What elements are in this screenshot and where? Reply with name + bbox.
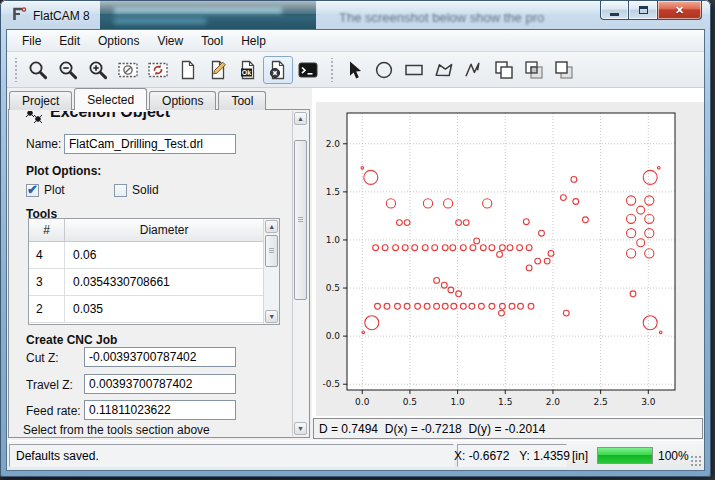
menu-edit[interactable]: Edit [50,31,89,51]
menu-help[interactable]: Help [232,31,275,51]
plot-checkbox-label: Plot [44,183,65,197]
ghost-text-bar [114,18,206,24]
menu-options[interactable]: Options [89,31,148,51]
cnc-field-input[interactable] [84,400,236,420]
name-input[interactable] [64,134,236,154]
toolbar-grip[interactable] [14,58,18,82]
status-bar: Defaults saved. X: -0.6672 Y: 1.4359 [in… [7,440,704,470]
selected-panel-scroll-area: Excellon Object Name: Plot Options: ✔Plo… [10,111,292,436]
plot-figure: 0.00.51.01.52.02.53.0-0.50.00.51.01.52.0 [316,102,704,416]
column-header-diameter[interactable]: Diameter [65,219,263,241]
toolbar-pointer-button[interactable] [339,56,369,84]
progress-percent-label: 100% [658,449,689,463]
scroll-up-arrow-icon[interactable]: ▲ [294,112,307,125]
draw-rectangle-icon [403,59,425,81]
scroll-down-arrow-icon[interactable]: ▼ [265,310,278,323]
table-row[interactable]: 20.035 [29,296,263,323]
flatcam-logo-icon [11,6,27,26]
tools-table-scrollbar: ▲ ▼ [263,219,279,324]
tab-selected[interactable]: Selected [74,88,147,110]
solid-checkbox[interactable] [114,184,127,197]
check-icon: ✔ [27,182,38,197]
toolbar-draw-circle-button[interactable] [369,56,399,84]
close-button[interactable]: ✕ [657,1,702,20]
plot-checkbox-row: ✔Plot [26,183,65,197]
progress-bar [597,447,653,464]
cnc-field-input[interactable] [84,347,236,367]
menu-tool[interactable]: Tool [192,31,232,51]
toolbar-zoom-in-button[interactable] [83,56,113,84]
progress-fill [598,448,652,463]
solid-checkbox-label: Solid [132,183,159,197]
resize-grip[interactable] [690,455,702,467]
tool-diameter-cell: 0.0354330708661 [65,269,263,295]
toolbar-zoom-fit-button[interactable] [23,56,53,84]
plot-canvas[interactable]: 0.00.51.01.52.02.53.0-0.50.00.51.01.52.0 [316,102,704,416]
tab-tool[interactable]: Tool [218,91,266,110]
cnc-field-label: Cut Z: [26,351,59,365]
plot-options-label: Plot Options: [26,164,101,178]
scroll-up-arrow-icon[interactable]: ▲ [265,220,278,233]
toolbar-intersection-button[interactable] [519,56,549,84]
subtract-icon [553,59,575,81]
units-label: [in] [572,449,588,463]
tool-diameter-cell: 0.035 [65,296,263,322]
zoom-fit-icon [27,59,49,81]
table-row[interactable]: 30.0354330708661 [29,269,263,296]
y-tick-label: 1.5 [326,187,340,197]
x-tick-label: 2.5 [593,397,607,407]
menu-view[interactable]: View [148,31,192,51]
table-row[interactable]: 40.06 [29,242,263,269]
x-tick-label: 2.0 [546,397,561,407]
menu-bar: FileEditOptionsViewToolHelp [7,30,704,52]
svg-text:Ok: Ok [242,69,251,76]
open-project-icon [207,59,229,81]
close-icon: ✕ [675,5,684,16]
plot-pane: 0.00.51.01.52.02.53.0-0.50.00.51.01.52.0 [312,88,704,418]
toolbar-grip[interactable] [330,58,334,82]
panel-tabs: ProjectSelectedOptionsTool [9,88,268,110]
toolbar-zoom-out-button[interactable] [53,56,83,84]
toolbar-draw-polyline-button[interactable] [459,56,489,84]
delete-object-icon [267,59,289,81]
scrollbar-thumb[interactable] [265,235,278,267]
toolbar-delete-object-button[interactable] [263,56,293,84]
toolbar-replot-button[interactable] [143,56,173,84]
cnc-field-input[interactable] [84,374,236,394]
pointer-icon [343,59,365,81]
cnc-section-title: Create CNC Job [26,333,117,347]
title-bar[interactable]: The screenshot below show the pro FlatCA… [1,1,710,30]
tools-table: # Diameter 40.0630.035433070866120.035 ▲… [28,218,280,325]
tab-project[interactable]: Project [9,91,72,110]
minimize-button[interactable] [600,1,629,20]
main-content: ProjectSelectedOptionsTool [7,88,704,440]
tools-table-header: # Diameter [29,219,263,242]
toolbar-draw-rectangle-button[interactable] [399,56,429,84]
scrollbar-thumb[interactable] [294,140,307,300]
toolbar-shell-button[interactable] [293,56,323,84]
toolbar-new-project-button[interactable] [173,56,203,84]
draw-circle-icon [373,59,395,81]
x-tick-label: 1.5 [498,397,512,407]
toolbar-clear-plot-button[interactable] [113,56,143,84]
object-title: Excellon Object [50,111,170,121]
menu-file[interactable]: File [13,31,50,51]
minimize-icon [610,13,619,16]
toolbar-save-project-button[interactable]: Ok [233,56,263,84]
toolbar-draw-polygon-button[interactable] [429,56,459,84]
plot-checkbox[interactable]: ✔ [26,184,39,197]
clear-plot-icon [117,59,139,81]
name-label: Name: [26,137,61,151]
column-header-number[interactable]: # [29,219,65,241]
tab-options[interactable]: Options [149,91,216,110]
scroll-down-arrow-icon[interactable]: ▼ [294,422,307,435]
toolbar: Ok [7,52,704,88]
y-tick-label: 2.0 [326,139,341,149]
draw-polyline-icon [463,59,485,81]
toolbar-open-project-button[interactable] [203,56,233,84]
mouse-coordinates: X: -0.6672 Y: 1.4359 [457,444,567,467]
toolbar-union-button[interactable] [489,56,519,84]
replot-icon [147,59,169,81]
toolbar-subtract-button[interactable] [549,56,579,84]
maximize-button[interactable] [629,1,657,20]
